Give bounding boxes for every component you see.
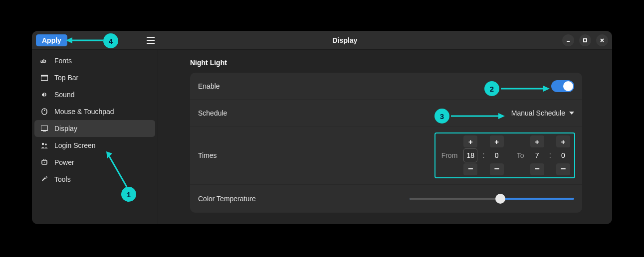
from-hour-minus[interactable]: − <box>463 163 477 175</box>
arrow-1 <box>104 149 129 189</box>
colon: : <box>482 151 484 160</box>
chevron-down-icon <box>569 112 574 115</box>
from-min-plus[interactable]: + <box>490 135 504 147</box>
apply-button[interactable]: Apply <box>36 34 67 46</box>
maximize-button[interactable] <box>579 34 591 46</box>
svg-rect-9 <box>41 75 48 77</box>
sidebar-item-label: Mouse & Touchpad <box>54 108 114 116</box>
sidebar-item-label: Power <box>54 158 74 166</box>
times-controls: From + 18 − : + 0 − To <box>434 132 575 178</box>
to-label: To <box>517 151 524 159</box>
times-row: Times From + 18 − : + 0 − <box>190 127 582 185</box>
fonts-icon: ab <box>40 57 48 64</box>
color-temp-label: Color Temperature <box>198 195 256 203</box>
color-temp-row: Color Temperature <box>190 185 582 213</box>
svg-line-19 <box>109 156 127 187</box>
sidebar-item-label: Top Bar <box>54 74 78 82</box>
slider-track <box>410 198 500 200</box>
tools-icon <box>40 176 48 183</box>
topbar-icon <box>40 75 48 81</box>
schedule-dropdown[interactable]: Manual Schedule <box>511 109 574 117</box>
arrow-4 <box>65 36 105 44</box>
settings-window: Display ab Fonts Top Bar <box>32 31 612 224</box>
sidebar-item-label: Sound <box>54 91 74 99</box>
sidebar-item-label: Fonts <box>54 57 72 65</box>
sidebar-item-mouse[interactable]: Mouse & Touchpad <box>34 103 155 120</box>
from-hour-value[interactable]: 18 <box>463 148 477 162</box>
svg-marker-24 <box>498 113 505 119</box>
sidebar-item-label: Display <box>54 125 77 132</box>
toggle-knob <box>563 81 573 91</box>
schedule-label: Schedule <box>198 109 227 117</box>
sound-icon <box>40 91 48 98</box>
callout-4: 4 <box>103 33 118 48</box>
to-min-spinner: + 0 − <box>556 135 570 175</box>
sidebar-item-power[interactable]: Power <box>34 154 155 171</box>
times-label: Times <box>198 151 217 159</box>
to-hour-minus[interactable]: − <box>530 163 544 175</box>
sidebar-item-label: Login Screen <box>54 141 96 149</box>
schedule-row: Schedule Manual Schedule <box>190 100 582 127</box>
svg-text:ab: ab <box>40 58 46 64</box>
from-hour-plus[interactable]: + <box>463 135 477 147</box>
sidebar-item-tools[interactable]: Tools <box>34 171 155 188</box>
colon: : <box>549 151 551 160</box>
svg-rect-12 <box>41 126 48 130</box>
sidebar-item-login[interactable]: Login Screen <box>34 137 155 154</box>
to-hour-spinner: + 7 − <box>530 135 544 175</box>
from-min-value[interactable]: 0 <box>490 148 504 162</box>
close-button[interactable] <box>596 34 608 46</box>
arrow-2 <box>501 85 551 93</box>
callout-3: 3 <box>434 109 449 124</box>
from-hour-spinner: + 18 − <box>463 135 477 175</box>
schedule-selected: Manual Schedule <box>511 109 565 117</box>
svg-marker-26 <box>66 37 72 43</box>
enable-label: Enable <box>198 82 220 90</box>
sidebar-item-topbar[interactable]: Top Bar <box>34 69 155 86</box>
minimize-button[interactable] <box>562 34 574 46</box>
power-icon <box>40 159 48 166</box>
slider-thumb[interactable] <box>495 194 505 204</box>
to-min-minus[interactable]: − <box>556 163 570 175</box>
titlebar: Display <box>32 31 612 50</box>
enable-toggle[interactable] <box>551 80 574 92</box>
sidebar-item-label: Tools <box>54 175 71 183</box>
night-light-panel: Enable Schedule Manual Schedule <box>190 73 582 213</box>
sidebar: ab Fonts Top Bar Sound Mouse & Touchpad … <box>32 50 158 224</box>
mouse-icon <box>40 108 48 115</box>
to-hour-plus[interactable]: + <box>530 135 544 147</box>
from-min-spinner: + 0 − <box>490 135 504 175</box>
to-min-plus[interactable]: + <box>556 135 570 147</box>
section-title: Night Light <box>190 59 582 67</box>
from-min-minus[interactable]: − <box>490 163 504 175</box>
color-temp-slider[interactable] <box>410 198 574 200</box>
login-icon <box>40 142 48 148</box>
callout-2: 2 <box>484 81 499 96</box>
svg-rect-4 <box>584 39 587 42</box>
content-area: Night Light Enable Schedule Manual Sched… <box>158 50 612 224</box>
sidebar-item-sound[interactable]: Sound <box>34 86 155 103</box>
sidebar-item-fonts[interactable]: ab Fonts <box>34 52 155 69</box>
window-title: Display <box>128 36 562 44</box>
svg-rect-10 <box>42 109 47 115</box>
arrow-3 <box>451 112 506 120</box>
to-min-value[interactable]: 0 <box>556 148 570 162</box>
from-label: From <box>441 151 458 159</box>
to-hour-value[interactable]: 7 <box>530 148 544 162</box>
svg-marker-22 <box>543 86 550 92</box>
svg-point-14 <box>42 143 44 145</box>
sidebar-item-display[interactable]: Display <box>34 120 155 137</box>
display-icon <box>40 126 48 131</box>
svg-point-15 <box>45 143 47 145</box>
